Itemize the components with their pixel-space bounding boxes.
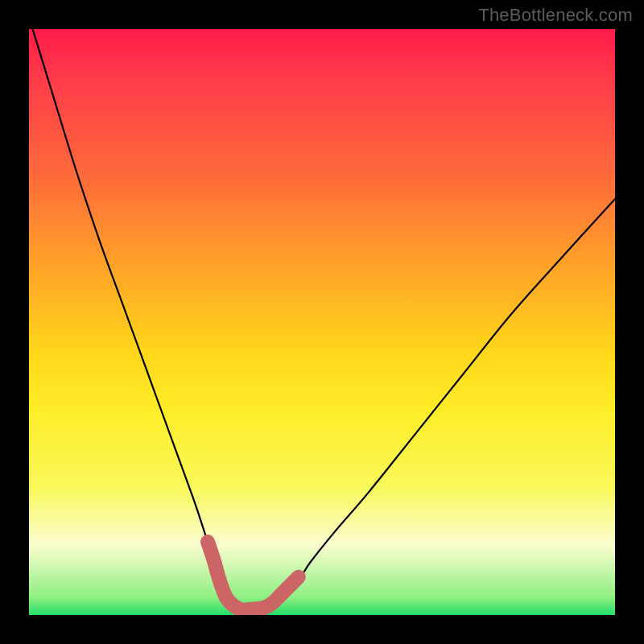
plot-area: [29, 29, 615, 615]
bottleneck-curve: [29, 29, 615, 609]
watermark-text: TheBottleneck.com: [478, 5, 633, 26]
bottleneck-highlight: [208, 542, 299, 610]
chart-frame: TheBottleneck.com: [0, 0, 644, 644]
curve-svg: [29, 29, 615, 615]
